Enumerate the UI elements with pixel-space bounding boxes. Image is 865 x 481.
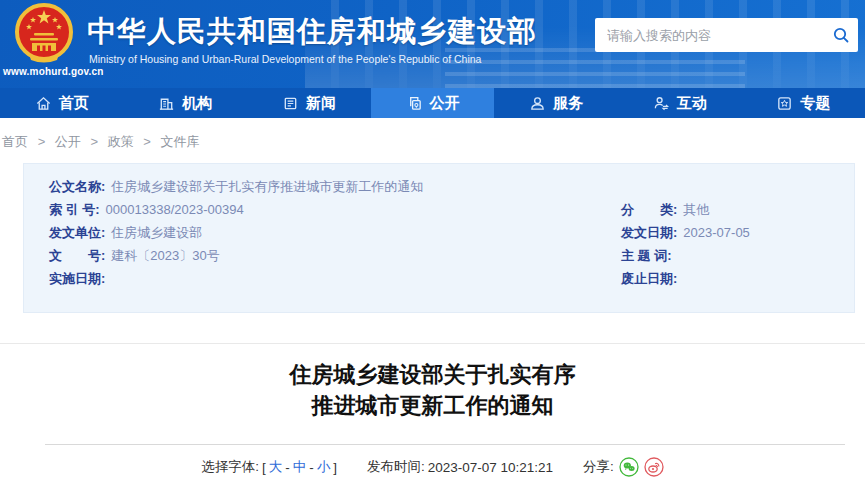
nav-label: 机构 xyxy=(182,94,212,113)
breadcrumb: 首页 > 公开 > 政策 > 文件库 xyxy=(2,133,200,151)
nav-item-services[interactable]: 服务 xyxy=(494,88,618,118)
meta-label: 文 号: xyxy=(49,248,105,263)
disclosure-icon xyxy=(406,95,423,112)
breadcrumb-home[interactable]: 首页 xyxy=(2,134,28,149)
meta-label: 分 类: xyxy=(621,202,677,217)
home-icon xyxy=(35,95,52,112)
page: www.mohurd.gov.cn 中华人民共和国住房和城乡建设部 Minist… xyxy=(0,0,865,481)
share-label: 分享: xyxy=(583,458,614,476)
meta-row-issuing-unit: 发文单位:住房城乡建设部 xyxy=(49,221,423,244)
nav-item-orgs[interactable]: 机构 xyxy=(124,88,248,118)
meta-row-doc-number: 文 号:建科〔2023〕30号 xyxy=(49,244,423,267)
font-size-medium-link[interactable]: 中 xyxy=(293,458,307,476)
meta-row-index-number: 索 引 号:000013338/2023-00394 xyxy=(49,198,423,221)
article-title-line2: 推进城市更新工作的通知 xyxy=(312,393,554,418)
bracket-open: [ xyxy=(262,460,266,475)
wechat-share-icon xyxy=(619,457,639,477)
article-title: 住房城乡建设部关于扎实有序 推进城市更新工作的通知 xyxy=(0,359,865,421)
publish-time: 发布时间: 2023-07-07 10:21:21 xyxy=(367,458,553,476)
site-title: 中华人民共和国住房和城乡建设部 xyxy=(87,12,537,52)
meta-row-category: 分 类:其他 xyxy=(621,198,750,221)
breadcrumb-separator: > xyxy=(90,134,98,149)
topics-icon xyxy=(776,95,793,112)
meta-value: 住房城乡建设部关于扎实有序推进城市更新工作的通知 xyxy=(111,179,423,194)
meta-row-subject-words: 主 题 词: xyxy=(621,244,750,267)
font-size-large-link[interactable]: 大 xyxy=(269,458,283,476)
header-building-windows xyxy=(445,48,745,88)
national-emblem-icon xyxy=(12,3,76,65)
building-icon xyxy=(158,95,175,112)
breadcrumb-policy[interactable]: 政策 xyxy=(108,134,134,149)
publish-time-value: 2023-07-07 10:21:21 xyxy=(428,460,553,475)
doc-meta-right-column: 分 类:其他 发文日期:2023-07-05 主 题 词: 废止日期: xyxy=(621,198,750,290)
breadcrumb-separator: > xyxy=(143,134,151,149)
article-toolbar: 选择字体: [ 大 - 中 - 小 ] 发布时间: 2023-07-07 10:… xyxy=(0,454,865,480)
article-title-line1: 住房城乡建设部关于扎实有序 xyxy=(290,362,576,387)
nav-label: 互动 xyxy=(677,94,707,113)
meta-label: 公文名称: xyxy=(49,179,105,194)
meta-row-abolish-date: 废止日期: xyxy=(621,267,750,290)
meta-label: 索 引 号: xyxy=(49,202,100,217)
font-size-small-link[interactable]: 小 xyxy=(317,458,331,476)
meta-label: 发文日期: xyxy=(621,225,677,240)
font-chooser-label: 选择字体: xyxy=(201,458,259,476)
nav-item-home[interactable]: 首页 xyxy=(0,88,124,118)
meta-row-implement-date: 实施日期: xyxy=(49,267,423,290)
meta-row-issue-date: 发文日期:2023-07-05 xyxy=(621,221,750,244)
title-divider xyxy=(45,444,845,445)
search-button[interactable] xyxy=(824,18,858,52)
interact-icon xyxy=(653,95,670,112)
service-icon xyxy=(529,95,546,112)
nav-label: 专题 xyxy=(800,94,830,113)
meta-row-doc-name: 公文名称:住房城乡建设部关于扎实有序推进城市更新工作的通知 xyxy=(49,175,423,198)
nav-label: 首页 xyxy=(59,94,89,113)
bracket-close: ] xyxy=(333,460,337,475)
nav-label: 公开 xyxy=(430,94,460,113)
meta-value: 住房城乡建设部 xyxy=(111,225,202,240)
meta-label: 废止日期: xyxy=(621,271,677,286)
nav-label: 新闻 xyxy=(306,94,336,113)
share-group: 分享: xyxy=(583,457,664,477)
site-subtitle: Ministry of Housing and Urban-Rural Deve… xyxy=(89,53,481,65)
breadcrumb-library[interactable]: 文件库 xyxy=(161,134,200,149)
meta-label: 主 题 词: xyxy=(621,248,672,263)
site-header: www.mohurd.gov.cn 中华人民共和国住房和城乡建设部 Minist… xyxy=(0,0,865,88)
meta-value: 2023-07-05 xyxy=(683,225,750,240)
doc-meta-panel: 公文名称:住房城乡建设部关于扎实有序推进城市更新工作的通知 索 引 号:0000… xyxy=(23,163,855,313)
meta-value: 建科〔2023〕30号 xyxy=(111,248,219,263)
meta-label: 发文单位: xyxy=(49,225,105,240)
weibo-share-button[interactable] xyxy=(644,457,664,477)
weibo-share-icon xyxy=(644,457,664,477)
meta-value: 其他 xyxy=(683,202,709,217)
nav-label: 服务 xyxy=(553,94,583,113)
search-input[interactable] xyxy=(595,28,824,43)
dash: - xyxy=(285,460,290,475)
article-section: 住房城乡建设部关于扎实有序 推进城市更新工作的通知 选择字体: [ 大 - 中 … xyxy=(0,343,865,481)
search-icon xyxy=(832,26,850,44)
font-size-chooser: 选择字体: [ 大 - 中 - 小 ] xyxy=(201,458,337,476)
meta-value: 000013338/2023-00394 xyxy=(106,202,244,217)
search-box xyxy=(595,18,858,52)
nav-item-topics[interactable]: 专题 xyxy=(741,88,865,118)
breadcrumb-disclosure[interactable]: 公开 xyxy=(55,134,81,149)
wechat-share-button[interactable] xyxy=(619,457,639,477)
breadcrumb-separator: > xyxy=(38,134,46,149)
doc-meta-left-column: 公文名称:住房城乡建设部关于扎实有序推进城市更新工作的通知 索 引 号:0000… xyxy=(49,175,423,290)
meta-label: 实施日期: xyxy=(49,271,105,286)
publish-time-label: 发布时间: xyxy=(367,458,425,476)
nav-item-news[interactable]: 新闻 xyxy=(247,88,371,118)
news-icon xyxy=(282,95,299,112)
dash: - xyxy=(309,460,314,475)
nav-item-interact[interactable]: 互动 xyxy=(618,88,742,118)
site-url: www.mohurd.gov.cn xyxy=(3,66,89,77)
main-nav: 首页 机构 新闻 公开 服务 xyxy=(0,88,865,118)
nav-item-disclosure[interactable]: 公开 xyxy=(371,88,495,118)
